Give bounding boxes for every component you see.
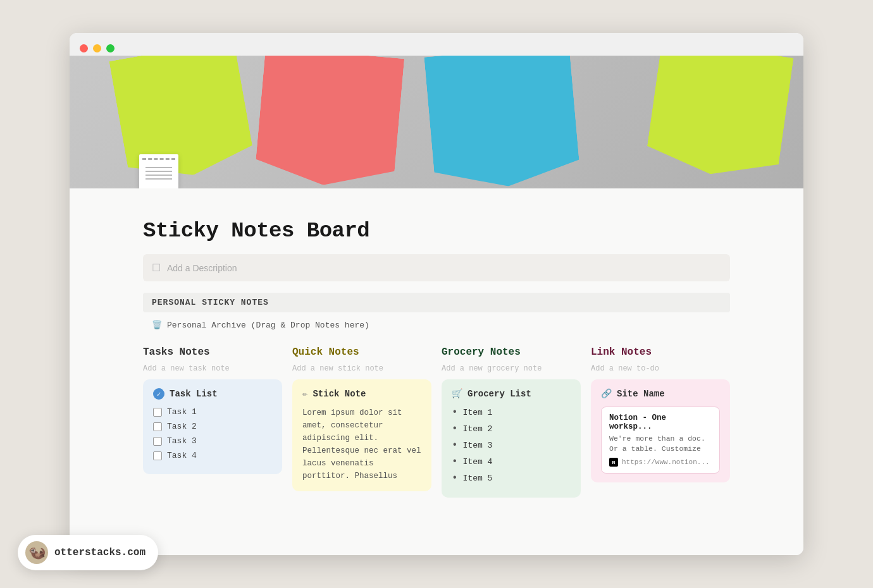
column-header-link: Link Notes — [591, 344, 730, 360]
otter-emoji: 🦦 — [28, 544, 46, 561]
notepad-line — [146, 171, 172, 172]
task-card: ✓ Task List Task 1 Task 2 Task 3 — [143, 379, 282, 474]
add-task-note[interactable]: Add a new task note — [143, 364, 282, 373]
link-card-title: Site Name — [617, 389, 665, 399]
quick-card: ✏️ Stick Note Lorem ipsum dolor sit amet… — [292, 379, 431, 491]
page-title: Sticky Notes Board — [143, 219, 730, 243]
column-tasks: Tasks Notes Add a new task note ✓ Task L… — [143, 344, 282, 498]
title-bar — [70, 33, 803, 56]
notepad-icon — [139, 154, 178, 188]
grocery-card-title: Grocery List — [467, 389, 531, 399]
link-card: 🔗 Site Name Notion - One worksp... We're… — [591, 379, 730, 482]
task-item-3: Task 3 — [153, 436, 272, 446]
sticky-deco-green-left — [109, 56, 256, 186]
sticky-deco-green-right — [645, 56, 794, 183]
notepad-line — [146, 178, 172, 180]
grocery-item-4: • Item 4 — [452, 456, 571, 467]
link-card-inner: Notion - One worksp... We're more than a… — [601, 407, 720, 474]
checkbox-3[interactable] — [153, 437, 162, 446]
column-quick: Quick Notes Add a new stick note ✏️ Stic… — [292, 344, 431, 498]
columns-grid: Tasks Notes Add a new task note ✓ Task L… — [143, 344, 730, 498]
grocery-card: 🛒 Grocery List • Item 1 • Item 2 • Item … — [442, 379, 581, 498]
bullet-3: • — [452, 439, 458, 451]
browser-window: Sticky Notes Board ☐ Add a Description P… — [70, 33, 803, 555]
grocery-label-4: Item 4 — [463, 457, 493, 467]
task-item-2: Task 2 — [153, 422, 272, 431]
add-quick-note[interactable]: Add a new stick note — [292, 364, 431, 373]
quick-card-header: ✏️ Stick Note — [302, 388, 421, 399]
task-card-title: Task List — [170, 389, 218, 399]
check-circle-icon: ✓ — [153, 388, 164, 400]
archive-icon: 🗑️ — [152, 320, 162, 330]
grocery-item-1: • Item 1 — [452, 407, 571, 418]
notion-icon: N — [609, 458, 618, 467]
maximize-button[interactable] — [106, 44, 115, 52]
notepad-spiral — [142, 158, 175, 163]
task-label-4: Task 4 — [167, 451, 197, 460]
link-url-row: N https://www.notion... — [609, 458, 712, 467]
bullet-2: • — [452, 423, 458, 434]
column-header-tasks: Tasks Notes — [143, 344, 282, 360]
otter-avatar: 🦦 — [25, 541, 48, 564]
grocery-label-1: Item 1 — [463, 408, 493, 417]
bullet-1: • — [452, 407, 458, 418]
grocery-card-header: 🛒 Grocery List — [452, 388, 571, 399]
archive-row: 🗑️ Personal Archive (Drag & Drop Notes h… — [143, 316, 730, 334]
sticky-deco-blue — [424, 56, 581, 188]
quick-card-text: Lorem ipsum dolor sit amet, consectetur … — [302, 407, 421, 482]
task-label-3: Task 3 — [167, 436, 197, 446]
link-icon: 🔗 — [601, 388, 612, 399]
task-label-2: Task 2 — [167, 422, 197, 431]
column-header-quick: Quick Notes — [292, 344, 431, 360]
link-site-desc: We're more than a doc. Or a table. Custo… — [609, 434, 712, 454]
close-button[interactable] — [80, 44, 88, 52]
checkbox-1[interactable] — [153, 408, 162, 417]
task-item-1: Task 1 — [153, 407, 272, 417]
column-link: Link Notes Add a new to-do 🔗 Site Name N… — [591, 344, 730, 498]
checkbox-4[interactable] — [153, 451, 162, 460]
notepad-line — [146, 175, 172, 176]
task-card-header: ✓ Task List — [153, 388, 272, 400]
sticky-deco-pink — [254, 56, 404, 188]
bullet-4: • — [452, 456, 458, 467]
notepad-line — [146, 167, 172, 168]
grocery-label-2: Item 2 — [463, 424, 493, 434]
grocery-item-3: • Item 3 — [452, 439, 571, 451]
hero-image — [70, 56, 803, 188]
grocery-item-5: • Item 5 — [452, 472, 571, 484]
grocery-label-5: Item 5 — [463, 474, 493, 483]
pencil-icon: ✏️ — [302, 388, 307, 399]
grocery-label-3: Item 3 — [463, 441, 493, 450]
column-header-grocery: Grocery Notes — [442, 344, 581, 360]
quick-card-title: Stick Note — [313, 389, 366, 399]
page-content: Sticky Notes Board ☐ Add a Description P… — [70, 188, 803, 555]
task-label-1: Task 1 — [167, 407, 197, 417]
link-card-header: 🔗 Site Name — [601, 388, 720, 399]
minimize-button[interactable] — [93, 44, 101, 52]
checkbox-2[interactable] — [153, 422, 162, 431]
description-bar[interactable]: ☐ Add a Description — [143, 254, 730, 281]
bullet-5: • — [452, 472, 458, 484]
description-icon: ☐ — [152, 262, 161, 274]
link-url[interactable]: https://www.notion... — [622, 458, 710, 466]
section-header: PERSONAL STICKY NOTES — [143, 293, 730, 312]
description-placeholder[interactable]: Add a Description — [167, 263, 237, 273]
bottom-badge: 🦦 otterstacks.com — [18, 535, 158, 570]
add-link-note[interactable]: Add a new to-do — [591, 364, 730, 373]
add-grocery-note[interactable]: Add a new grocery note — [442, 364, 581, 373]
badge-label: otterstacks.com — [54, 547, 146, 558]
cart-icon: 🛒 — [452, 388, 462, 399]
link-site-title: Notion - One worksp... — [609, 413, 712, 431]
archive-text: Personal Archive (Drag & Drop Notes here… — [167, 321, 369, 330]
column-grocery: Grocery Notes Add a new grocery note 🛒 G… — [442, 344, 581, 498]
grocery-item-2: • Item 2 — [452, 423, 571, 434]
task-item-4: Task 4 — [153, 451, 272, 460]
